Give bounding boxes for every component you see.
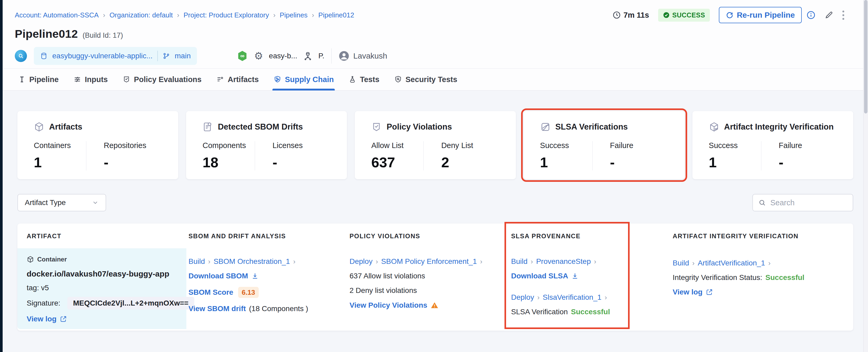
stat-label: Repositories (104, 141, 170, 150)
chevron-right-icon: › (768, 260, 771, 266)
integrity-status-label: Integrity Verification Status: (673, 274, 762, 281)
search-input[interactable] (770, 198, 847, 207)
stage-ref[interactable]: P. (318, 52, 324, 60)
chevron-right-icon: › (594, 258, 596, 265)
breadcrumb-pipelines[interactable]: Pipelines (280, 11, 308, 19)
rerun-pipeline-button[interactable]: Re-run Pipeline (719, 7, 802, 23)
column-header-slsa-provenance: SLSA PROVENANCE (511, 232, 673, 240)
step-link[interactable]: ArtifactVerification_1 (698, 259, 765, 267)
step-link[interactable]: SBOM Policy Enforcement_1 (381, 258, 477, 265)
sbom-document-icon (203, 122, 213, 132)
run-duration: 7m 11s (613, 11, 649, 20)
tab-tests[interactable]: Tests (341, 69, 387, 90)
stat-label: Allow List (371, 141, 424, 150)
chevron-right-icon: › (273, 11, 276, 19)
stat-label: Containers (34, 141, 86, 150)
inputs-icon (73, 75, 81, 84)
artifact-type-select[interactable]: Artifact Type (18, 194, 106, 211)
column-header-artifact: ARTIFACT (18, 232, 186, 240)
view-policy-violations-link[interactable]: View Policy Violations (349, 301, 427, 309)
stat-label: Deny List (441, 141, 508, 150)
signature-value[interactable]: MEQCICde2Vjl...L+2+mqnOXw== (67, 297, 194, 310)
step-link[interactable]: SlsaVerification_1 (543, 294, 601, 301)
tab-security-tests[interactable]: Security Tests (387, 69, 465, 90)
download-sbom-link[interactable]: Download SBOM (188, 272, 248, 280)
kebab-menu-icon[interactable] (842, 10, 844, 20)
breadcrumb-pipeline012[interactable]: Pipeline012 (318, 11, 354, 19)
view-log-link[interactable]: View log (673, 288, 703, 296)
breadcrumb-project[interactable]: Project: Product Exploratory (184, 11, 269, 19)
stat-value: - (104, 154, 170, 170)
artifact-type-badge: Container (27, 256, 179, 263)
card-slsa-verifications: SLSA Verifications Success1 Failure- (524, 111, 684, 179)
chevron-right-icon: › (480, 258, 482, 265)
stat-label: Licenses (273, 141, 339, 150)
cd-module-icon: ∞ (237, 50, 248, 62)
stage-link[interactable]: Build (511, 258, 527, 265)
tab-supply-chain[interactable]: Supply Chain (266, 69, 341, 90)
stat-value: 18 (203, 154, 255, 170)
external-link-icon (706, 288, 713, 296)
stat-value: - (610, 154, 677, 170)
clock-icon (613, 11, 621, 19)
branch-name[interactable]: main (175, 52, 191, 60)
scrollbar-thumb[interactable] (864, 0, 867, 114)
column-header-sbom: SBOM AND DRIFT ANALYSIS (186, 232, 349, 240)
breadcrumb-account[interactable]: Account: Automation-SSCA (15, 11, 99, 19)
tab-artifacts[interactable]: Artifacts (209, 69, 266, 90)
slsa-provenance-cell: Build › ProvenanceStep › Download SLSA D… (511, 248, 673, 329)
divider (331, 48, 332, 64)
slsa-verification-label: SLSA Verification (511, 308, 568, 316)
check-circle-icon (663, 11, 670, 19)
download-icon (571, 272, 579, 280)
chevron-right-icon: › (604, 294, 607, 301)
cube-icon (34, 122, 44, 132)
stage-link[interactable]: Deploy (511, 294, 534, 301)
sbom-score-link[interactable]: SBOM Score (188, 289, 234, 296)
column-header-policy-violations: POLICY VIOLATIONS (349, 232, 511, 240)
divider (157, 51, 158, 61)
user-name: Lavakush (353, 52, 387, 60)
pipeline-ref[interactable]: easy-b... (269, 52, 297, 60)
slsa-icon (540, 122, 551, 132)
view-sbom-drift-link[interactable]: View SBOM drift (188, 305, 246, 312)
tab-inputs[interactable]: Inputs (66, 69, 115, 90)
artifacts-table: ARTIFACT SBOM AND DRIFT ANALYSIS POLICY … (18, 224, 853, 331)
tab-pipeline[interactable]: Pipeline (10, 69, 66, 90)
pipeline-icon (18, 75, 26, 84)
breadcrumb: Account: Automation-SSCA › Organization:… (15, 11, 354, 19)
repo-branch-chip[interactable]: easybuggy-vulnerable-applic... main (34, 47, 197, 65)
avatar-icon (338, 51, 349, 62)
drift-components-count: (18 Components ) (249, 305, 308, 312)
card-title: Detected SBOM Drifts (218, 122, 303, 132)
policy-violations-cell: Deploy › SBOM Policy Enforcement_1 › 637… (349, 248, 511, 329)
status-badge: SUCCESS (658, 9, 710, 22)
artifact-integrity-cell: Build › ArtifactVerification_1 › Integri… (673, 248, 853, 329)
table-header-row: ARTIFACT SBOM AND DRIFT ANALYSIS POLICY … (18, 232, 853, 240)
artifact-cell: Container docker.io/lavakush07/easy-bugg… (18, 248, 186, 329)
download-slsa-link[interactable]: Download SLSA (511, 272, 568, 280)
card-artifact-integrity: Artifact Integrity Verification Success1… (692, 111, 853, 179)
search-box[interactable] (752, 194, 853, 211)
repo-name[interactable]: easybuggy-vulnerable-applic... (52, 52, 153, 60)
stat-label: Success (709, 141, 761, 150)
breadcrumb-organization[interactable]: Organization: default (110, 11, 173, 19)
info-icon[interactable] (806, 10, 815, 20)
page-header: Account: Automation-SSCA › Organization:… (3, 0, 868, 91)
step-link[interactable]: ProvenanceStep (536, 258, 591, 265)
page-scrollbar[interactable] (863, 0, 868, 352)
service-icon (303, 51, 313, 61)
allow-list-violations: 637 Allow list violations (349, 272, 425, 280)
stage-link[interactable]: Build (188, 258, 205, 265)
view-log-link[interactable]: View log (27, 315, 57, 323)
warning-icon (431, 301, 438, 309)
stat-value: 2 (441, 154, 508, 170)
step-link[interactable]: SBOM Orchestration_1 (214, 258, 290, 265)
chevron-down-icon (92, 199, 99, 206)
build-id: (Build Id: 17) (83, 31, 123, 40)
tab-policy-evaluations[interactable]: Policy Evaluations (115, 69, 209, 90)
sbom-score-badge: 6.13 (238, 287, 259, 298)
stage-link[interactable]: Build (673, 259, 689, 267)
edit-icon[interactable] (825, 10, 833, 20)
stage-link[interactable]: Deploy (349, 258, 372, 265)
